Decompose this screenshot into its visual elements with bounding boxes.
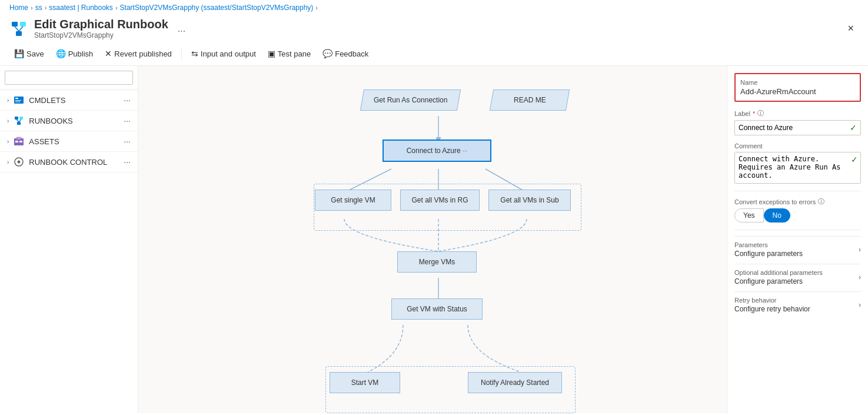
retry-behavior-row[interactable]: Retry behavior Configure retry behavior … xyxy=(734,291,861,318)
svg-rect-11 xyxy=(17,122,21,125)
sidebar-item-runbook-control[interactable]: › RUNBOOK CONTROL ··· xyxy=(0,152,138,172)
test-pane-icon: ▣ xyxy=(268,49,275,58)
revert-button[interactable]: ✕ Revert published xyxy=(100,47,177,61)
sidebar-item-cmdlets[interactable]: › CMDLETS ··· xyxy=(0,90,138,111)
comment-field-label: Comment xyxy=(734,142,763,150)
node-start-vm[interactable]: Start VM xyxy=(330,372,400,393)
node-readme[interactable]: READ ME xyxy=(491,89,568,111)
optional-parameters-section: Optional additional parameters Configure… xyxy=(734,264,861,290)
close-button[interactable]: × xyxy=(843,20,859,37)
parameters-row[interactable]: Parameters Configure parameters › xyxy=(734,236,861,263)
toggle-no-button[interactable]: No xyxy=(764,208,790,223)
label-required-marker: * xyxy=(753,110,755,117)
name-section: Name Add-AzureRmAccount xyxy=(734,73,861,102)
publish-button[interactable]: 🌐 Publish xyxy=(51,47,98,61)
node-merge-vms[interactable]: Merge VMs xyxy=(397,251,477,273)
comment-textarea[interactable]: Connect with Azure. Requires an Azure Ru… xyxy=(735,152,849,183)
label-check-icon: ✓ xyxy=(846,121,860,135)
test-pane-button[interactable]: ▣ Test pane xyxy=(263,47,315,61)
assets-more-icon[interactable]: ··· xyxy=(124,137,131,146)
node-get-all-vms-rg[interactable]: Get all VMs in RG xyxy=(400,190,480,211)
svg-rect-7 xyxy=(15,100,21,101)
name-value: Add-AzureRmAccount xyxy=(740,87,855,96)
optional-parameters-value: Configure parameters xyxy=(734,277,823,285)
chevron-right-icon-2: › xyxy=(7,118,9,124)
feedback-button[interactable]: 💬 Feedback xyxy=(318,47,373,61)
divider-2 xyxy=(734,230,861,230)
node-get-all-vms-sub[interactable]: Get all VMs in Sub xyxy=(488,190,571,211)
search-input[interactable] xyxy=(5,71,133,85)
breadcrumb: Home › ss › ssaatest | Runbooks › StartS… xyxy=(0,0,868,15)
assets-icon xyxy=(14,136,24,147)
label-field-label: Label xyxy=(734,110,750,117)
convert-exceptions-label: Convert exceptions to errors xyxy=(734,198,816,205)
right-panel: Name Add-AzureRmAccount Label * ⓘ ✓ Comm… xyxy=(727,66,868,413)
retry-behavior-section: Retry behavior Configure retry behavior … xyxy=(734,291,861,318)
chevron-right-icon-4: › xyxy=(7,159,9,165)
comment-textarea-row: Connect with Azure. Requires an Azure Ru… xyxy=(734,152,861,184)
svg-rect-6 xyxy=(15,98,18,99)
node-get-vm-status[interactable]: Get VM with Status xyxy=(391,298,483,320)
svg-rect-10 xyxy=(19,117,23,119)
page-title: Edit Graphical Runbook xyxy=(34,18,168,31)
breadcrumb-runbooks[interactable]: ssaatest | Runbooks xyxy=(49,4,113,12)
divider-1 xyxy=(734,191,861,191)
node-get-single-vm[interactable]: Get single VM xyxy=(315,190,391,211)
canvas[interactable]: Get Run As Connection READ ME Connect to… xyxy=(138,66,727,413)
save-icon: 💾 xyxy=(14,49,24,58)
chevron-right-icon: › xyxy=(7,97,9,104)
name-label: Name xyxy=(740,79,855,86)
optional-parameters-chevron-icon: › xyxy=(859,273,861,281)
node-connect-azure[interactable]: Connect to Azure ··· xyxy=(383,140,491,162)
input-output-icon: ⇆ xyxy=(191,49,198,58)
retry-behavior-label: Retry behavior xyxy=(734,297,810,304)
sidebar-item-runbooks[interactable]: › RUNBOOKS ··· xyxy=(0,111,138,131)
runbook-control-label: RUNBOOK CONTROL xyxy=(29,158,107,167)
comment-field: Comment Connect with Azure. Requires an … xyxy=(734,142,861,184)
label-input-row: ✓ xyxy=(734,120,861,135)
cmdlets-more-icon[interactable]: ··· xyxy=(124,95,131,105)
svg-rect-9 xyxy=(15,117,18,119)
breadcrumb-home[interactable]: Home xyxy=(9,4,28,12)
page-subtitle: StartStopV2VMsGrapphy xyxy=(34,31,168,39)
header-more-button[interactable]: ... xyxy=(174,22,189,35)
sidebar-search-area xyxy=(0,66,138,90)
node-get-run-as[interactable]: Get Run As Connection xyxy=(362,89,459,111)
cmdlets-icon xyxy=(14,95,24,105)
svg-line-12 xyxy=(16,119,19,122)
breadcrumb-ss[interactable]: ss xyxy=(35,4,42,12)
input-output-button[interactable]: ⇆ Input and output xyxy=(187,47,261,61)
node-notify-started[interactable]: Notify Already Started xyxy=(468,372,562,393)
label-input[interactable] xyxy=(735,121,846,134)
sidebar-item-assets[interactable]: › ASSETS ··· xyxy=(0,131,138,152)
sidebar: › CMDLETS ··· › RUNBOOKS ··· xyxy=(0,66,138,413)
runbook-control-more-icon[interactable]: ··· xyxy=(124,157,131,167)
breadcrumb-runbook-item[interactable]: StartStopV2VMsGrapphy (ssaatest/StartSto… xyxy=(120,4,314,12)
assets-label: ASSETS xyxy=(29,137,59,146)
svg-rect-0 xyxy=(12,22,18,26)
toolbar: 💾 Save 🌐 Publish ✕ Revert published ⇆ In… xyxy=(0,44,868,66)
toolbar-separator xyxy=(181,48,182,59)
svg-rect-8 xyxy=(15,102,20,102)
label-field: Label * ⓘ ✓ xyxy=(734,109,861,135)
label-info-icon: ⓘ xyxy=(757,109,764,118)
publish-icon: 🌐 xyxy=(56,49,66,58)
svg-rect-1 xyxy=(20,22,26,26)
svg-line-4 xyxy=(19,26,23,31)
main-layout: › CMDLETS ··· › RUNBOOKS ··· xyxy=(0,66,868,413)
comment-check-icon: ✓ xyxy=(849,152,860,167)
page-header: Edit Graphical Runbook StartStopV2VMsGra… xyxy=(0,15,868,44)
runbooks-label: RUNBOOKS xyxy=(29,117,72,125)
toggle-yes-button[interactable]: Yes xyxy=(734,208,764,223)
optional-parameters-row[interactable]: Optional additional parameters Configure… xyxy=(734,264,861,290)
save-button[interactable]: 💾 Save xyxy=(9,47,49,61)
svg-line-13 xyxy=(19,119,21,122)
runbooks-more-icon[interactable]: ··· xyxy=(124,116,131,125)
cmdlets-label: CMDLETS xyxy=(29,96,65,105)
runbook-control-icon xyxy=(14,157,24,167)
flowchart-arrows xyxy=(138,66,727,413)
retry-behavior-value: Configure retry behavior xyxy=(734,305,810,313)
convert-exceptions-info-icon: ⓘ xyxy=(818,197,824,206)
svg-rect-16 xyxy=(15,141,18,142)
svg-rect-15 xyxy=(16,137,21,140)
